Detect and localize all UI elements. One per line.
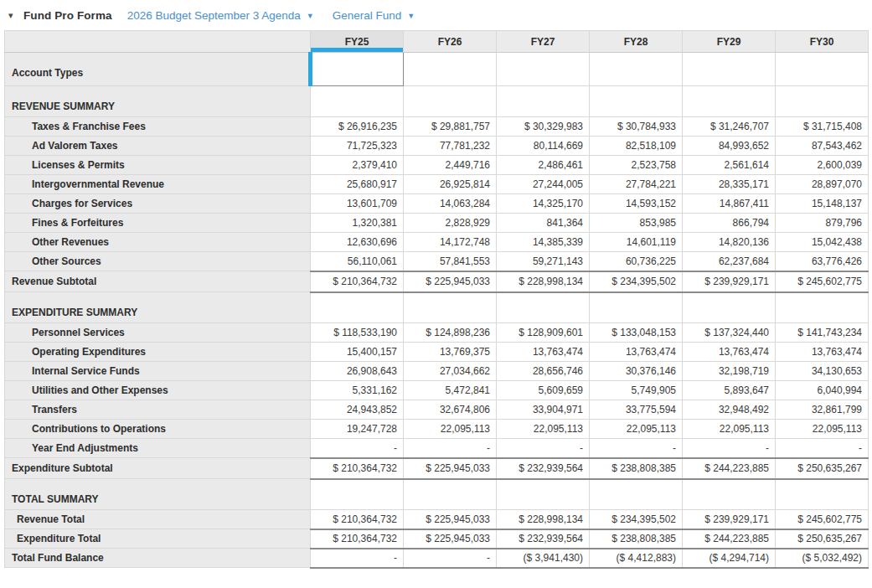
grid-cell[interactable]: 5,893,647 (683, 381, 776, 400)
grid-cell[interactable]: ($ 4,294,714) (683, 549, 776, 568)
grid-cell[interactable]: 2,379,410 (311, 156, 404, 175)
grid-cell[interactable]: - (404, 549, 497, 568)
grid-cell[interactable]: 82,518,109 (590, 137, 683, 156)
grid-cell[interactable]: 27,784,221 (590, 175, 683, 194)
grid-cell[interactable]: 27,244,005 (497, 175, 590, 194)
grid-cell[interactable]: 32,948,492 (683, 400, 776, 420)
grid-cell[interactable]: $ 31,246,707 (683, 117, 776, 137)
grid-cell[interactable]: 24,943,852 (311, 400, 404, 420)
grid-cell[interactable]: $ 234,395,502 (590, 510, 683, 529)
grid-cell[interactable]: $ 244,223,885 (683, 458, 776, 479)
grid-cell[interactable]: 15,400,157 (311, 343, 404, 362)
grid-cell[interactable]: 13,763,474 (683, 343, 776, 362)
grid-cell[interactable] (311, 86, 404, 117)
grid-cell[interactable]: $ 29,881,757 (404, 117, 497, 137)
grid-cell[interactable]: 80,114,669 (497, 137, 590, 156)
grid-cell[interactable]: 22,095,113 (590, 420, 683, 439)
grid-cell[interactable] (404, 86, 497, 117)
grid-cell[interactable]: 866,794 (683, 214, 776, 233)
grid-cell[interactable]: 13,769,375 (404, 343, 497, 362)
grid-cell[interactable]: $ 30,329,983 (497, 117, 590, 137)
grid-cell[interactable]: $ 124,898,236 (404, 323, 497, 343)
grid-cell[interactable] (497, 53, 590, 86)
grid-cell[interactable]: 12,630,696 (311, 233, 404, 252)
grid-cell[interactable]: 5,331,162 (311, 381, 404, 400)
grid-cell[interactable]: 14,601,119 (590, 233, 683, 252)
grid-cell[interactable]: 59,271,143 (497, 252, 590, 271)
grid-cell[interactable]: 27,034,662 (404, 362, 497, 381)
grid-cell[interactable]: 28,335,171 (683, 175, 776, 194)
grid-cell[interactable] (497, 479, 590, 510)
grid-cell[interactable]: $ 238,808,385 (590, 458, 683, 479)
grid-cell[interactable]: 6,040,994 (776, 381, 869, 400)
grid-cell[interactable]: 15,148,137 (776, 194, 869, 214)
grid-cell[interactable]: $ 228,998,134 (497, 510, 590, 529)
grid-cell[interactable]: ($ 5,032,492) (776, 549, 869, 568)
grid-cell[interactable]: 14,325,170 (497, 194, 590, 214)
grid-cell[interactable]: 62,237,684 (683, 252, 776, 271)
grid-cell[interactable] (590, 479, 683, 510)
grid-cell[interactable]: ($ 3,941,430) (497, 549, 590, 568)
grid-cell[interactable]: $ 239,929,171 (683, 510, 776, 529)
grid-cell[interactable]: $ 232,939,564 (497, 529, 590, 549)
grid-cell[interactable] (683, 86, 776, 117)
grid-cell[interactable]: 14,867,411 (683, 194, 776, 214)
grid-cell[interactable]: 879,796 (776, 214, 869, 233)
grid-cell[interactable] (590, 53, 683, 86)
grid-cell[interactable]: 14,820,136 (683, 233, 776, 252)
grid-cell[interactable]: 57,841,553 (404, 252, 497, 271)
grid-cell[interactable] (683, 479, 776, 510)
grid-cell[interactable]: 32,674,806 (404, 400, 497, 420)
grid-cell[interactable]: $ 31,715,408 (776, 117, 869, 137)
grid-cell[interactable]: 22,095,113 (683, 420, 776, 439)
grid-cell[interactable]: 84,993,652 (683, 137, 776, 156)
grid-cell[interactable]: - (590, 439, 683, 458)
grid-cell[interactable]: 5,749,905 (590, 381, 683, 400)
grid-cell[interactable]: $ 210,364,732 (311, 510, 404, 529)
grid-cell[interactable]: 22,095,113 (404, 420, 497, 439)
grid-cell[interactable]: $ 225,945,033 (404, 271, 497, 292)
grid-cell[interactable] (497, 86, 590, 117)
grid-cell[interactable]: $ 133,048,153 (590, 323, 683, 343)
grid-cell[interactable]: 22,095,113 (776, 420, 869, 439)
grid-cell[interactable]: 2,449,716 (404, 156, 497, 175)
grid-cell[interactable]: 30,376,146 (590, 362, 683, 381)
grid-cell[interactable] (683, 53, 776, 86)
grid-cell[interactable] (497, 292, 590, 323)
grid-cell[interactable] (776, 292, 869, 323)
grid-cell[interactable]: 32,861,799 (776, 400, 869, 420)
grid-cell[interactable]: 26,908,643 (311, 362, 404, 381)
grid-cell[interactable]: 14,063,284 (404, 194, 497, 214)
grid-cell[interactable] (776, 479, 869, 510)
grid-cell[interactable]: 14,593,152 (590, 194, 683, 214)
grid-cell[interactable]: $ 225,945,033 (404, 510, 497, 529)
grid-cell[interactable]: 2,561,614 (683, 156, 776, 175)
grid-cell[interactable]: $ 30,784,933 (590, 117, 683, 137)
grid-cell[interactable]: $ 118,533,190 (311, 323, 404, 343)
grid-cell[interactable]: 34,130,653 (776, 362, 869, 381)
grid-cell[interactable]: 5,472,841 (404, 381, 497, 400)
grid-cell[interactable]: 2,600,039 (776, 156, 869, 175)
grid-cell[interactable]: $ 245,602,775 (776, 271, 869, 292)
grid-cell[interactable]: $ 245,602,775 (776, 510, 869, 529)
grid-cell[interactable]: $ 250,635,267 (776, 458, 869, 479)
grid-cell[interactable]: $ 232,939,564 (497, 458, 590, 479)
grid-cell[interactable]: - (683, 439, 776, 458)
grid-cell[interactable] (404, 292, 497, 323)
grid-cell[interactable]: - (311, 549, 404, 568)
grid-cell[interactable]: 13,763,474 (497, 343, 590, 362)
grid-cell[interactable] (404, 479, 497, 510)
grid-cell[interactable] (776, 53, 869, 86)
grid-cell[interactable]: 2,486,461 (497, 156, 590, 175)
grid-cell[interactable] (404, 53, 497, 86)
grid-cell[interactable]: 28,656,746 (497, 362, 590, 381)
grid-cell[interactable]: 22,095,113 (497, 420, 590, 439)
grid-cell[interactable]: 28,897,070 (776, 175, 869, 194)
grid-cell[interactable]: 2,828,929 (404, 214, 497, 233)
grid-cell[interactable]: $ 228,998,134 (497, 271, 590, 292)
grid-cell[interactable]: 19,247,728 (311, 420, 404, 439)
column-header-fy30[interactable]: FY30 (776, 31, 869, 53)
grid-cell[interactable]: 56,110,061 (311, 252, 404, 271)
grid-cell[interactable]: 87,543,462 (776, 137, 869, 156)
grid-cell[interactable]: - (776, 439, 869, 458)
